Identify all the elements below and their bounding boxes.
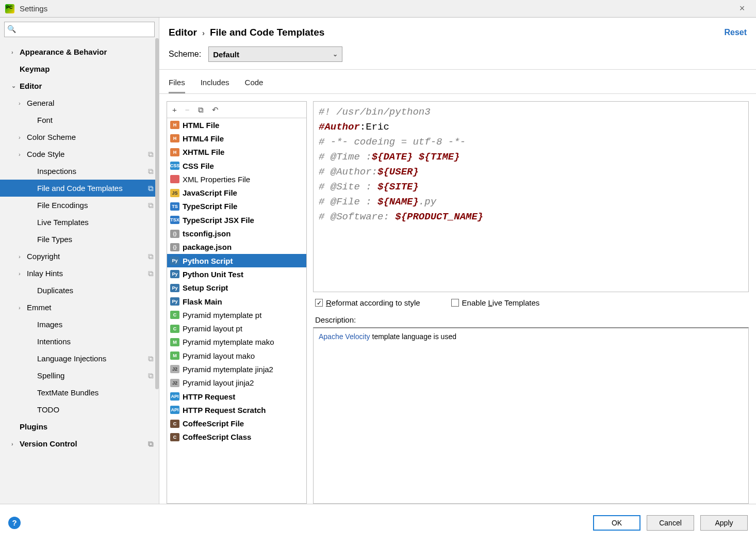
nav-item[interactable]: TODO (0, 401, 159, 418)
arrow-icon: › (19, 253, 26, 260)
file-type-icon: M (170, 352, 179, 360)
search-input[interactable] (4, 22, 155, 37)
template-item[interactable]: HHTML4 File (167, 132, 306, 145)
help-icon[interactable]: ? (8, 517, 21, 529)
reformat-checkbox[interactable]: ✓ Reformat according to style (315, 298, 420, 307)
cancel-button[interactable]: Cancel (647, 515, 694, 531)
nav-item[interactable]: ›Emmet (0, 299, 159, 316)
file-type-icon: {} (170, 230, 179, 238)
file-type-icon: Py (170, 284, 179, 292)
template-item[interactable]: JSJavaScript File (167, 186, 306, 199)
template-item[interactable]: J2Pyramid layout jinja2 (167, 376, 306, 390)
template-item[interactable]: CPyramid layout pt (167, 322, 306, 335)
template-item[interactable]: HHTML File (167, 118, 306, 132)
velocity-link[interactable]: Apache Velocity (319, 332, 370, 341)
nav-item[interactable]: File Types (0, 231, 159, 248)
nav-item[interactable]: ›Appearance & Behavior (0, 43, 159, 60)
template-item[interactable]: CCoffeeScript File (167, 417, 306, 430)
remove-icon[interactable]: − (185, 105, 190, 114)
nav-item[interactable]: ›Code Style⧉ (0, 146, 159, 163)
nav-item[interactable]: Keymap (0, 60, 159, 77)
nav-label: TextMate Bundles (37, 388, 98, 397)
add-icon[interactable]: + (172, 105, 177, 114)
template-label: TypeScript File (183, 202, 237, 211)
nav-item[interactable]: Font (0, 111, 159, 129)
nav-label: Version Control (20, 439, 77, 448)
nav-item[interactable]: ›Copyright⧉ (0, 248, 159, 265)
arrow-icon: › (19, 100, 26, 106)
template-label: TypeScript JSX File (183, 216, 254, 225)
nav-item[interactable]: ›General (0, 94, 159, 111)
template-item[interactable]: MPyramid mytemplate mako (167, 336, 306, 349)
nav-item[interactable]: Live Templates (0, 214, 159, 231)
nav-item[interactable]: Inspections⧉ (0, 163, 159, 180)
scope-icon: ⧉ (148, 439, 154, 449)
nav-label: Editor (20, 82, 42, 90)
nav-label: Copyright (27, 252, 60, 261)
scrollbar-thumb[interactable] (155, 38, 159, 389)
reset-link[interactable]: Reset (724, 28, 747, 37)
nav-item[interactable]: Spelling⧉ (0, 367, 159, 384)
template-list-panel: + − ⧉ ↶ HHTML FileHHTML4 FileHXHTML File… (167, 101, 307, 504)
nav-label: Plugins (20, 422, 47, 431)
file-type-icon: J2 (170, 365, 179, 373)
live-templates-checkbox[interactable]: Enable Live Templates (451, 298, 540, 307)
template-item[interactable]: CCoffeeScript Class (167, 430, 306, 444)
nav-item[interactable]: ⌄Editor (0, 77, 159, 94)
scope-icon: ⧉ (148, 150, 154, 159)
template-item[interactable]: MPyramid layout mako (167, 349, 306, 362)
ok-button[interactable]: OK (593, 515, 640, 531)
template-item[interactable]: PySetup Script (167, 281, 306, 295)
nav-label: Language Injections (37, 354, 106, 363)
close-icon[interactable]: × (733, 3, 751, 14)
template-item[interactable]: CSSCSS File (167, 159, 306, 172)
nav-item[interactable]: File and Code Templates⧉ (0, 180, 159, 197)
nav-item[interactable]: TextMate Bundles (0, 384, 159, 401)
file-type-icon: Py (170, 297, 179, 306)
undo-icon[interactable]: ↶ (212, 105, 219, 115)
template-item[interactable]: APIHTTP Request Scratch (167, 403, 306, 417)
arrow-icon: › (19, 151, 26, 157)
breadcrumb-root[interactable]: Editor (169, 27, 197, 38)
tab-code[interactable]: Code (245, 76, 264, 93)
template-item[interactable]: PyPython Script (167, 254, 306, 267)
scheme-select[interactable]: Default ⌄ (208, 46, 342, 62)
nav-label: Intentions (37, 337, 71, 346)
scope-icon: ⧉ (148, 167, 154, 176)
nav-item[interactable]: ›Inlay Hints⧉ (0, 265, 159, 282)
file-type-icon: Py (170, 270, 179, 278)
template-label: HTTP Request (183, 392, 235, 401)
template-item[interactable]: J2Pyramid mytemplate jinja2 (167, 362, 306, 376)
nav-item[interactable]: ›Version Control⧉ (0, 435, 159, 452)
template-item[interactable]: {}tsconfig.json (167, 227, 306, 240)
nav-item[interactable]: Plugins (0, 418, 159, 435)
template-item[interactable]: HXHTML File (167, 146, 306, 159)
file-type-icon: TS (170, 202, 179, 211)
nav-item[interactable]: Intentions (0, 333, 159, 350)
template-item[interactable]: XML Properties File (167, 172, 306, 186)
template-item[interactable]: TSXTypeScript JSX File (167, 213, 306, 227)
copy-icon[interactable]: ⧉ (198, 105, 204, 115)
template-item[interactable]: PyPython Unit Test (167, 267, 306, 281)
template-editor[interactable]: #! /usr/bin/python3 #Author:Eric # -*- c… (313, 101, 749, 292)
nav-item[interactable]: Language Injections⧉ (0, 350, 159, 367)
tab-files[interactable]: Files (169, 76, 185, 93)
nav-item[interactable]: File Encodings⧉ (0, 197, 159, 214)
nav-item[interactable]: Images (0, 316, 159, 333)
file-type-icon: C (170, 433, 179, 441)
template-label: CoffeeScript File (183, 419, 244, 428)
template-list[interactable]: HHTML FileHHTML4 FileHXHTML FileCSSCSS F… (167, 118, 306, 503)
settings-tree[interactable]: ›Appearance & BehaviorKeymap⌄Editor›Gene… (0, 41, 159, 504)
chevron-right-icon: › (202, 28, 205, 37)
template-item[interactable]: {}package.json (167, 241, 306, 254)
nav-item[interactable]: Duplicates (0, 282, 159, 299)
template-item[interactable]: TSTypeScript File (167, 200, 306, 213)
window-title: Settings (20, 4, 733, 13)
apply-button[interactable]: Apply (700, 515, 748, 531)
nav-item[interactable]: ›Color Scheme (0, 129, 159, 146)
tab-includes[interactable]: Includes (201, 76, 229, 93)
template-item[interactable]: PyFlask Main (167, 295, 306, 308)
template-item[interactable]: CPyramid mytemplate pt (167, 308, 306, 322)
template-item[interactable]: APIHTTP Request (167, 390, 306, 403)
file-type-icon: H (170, 121, 179, 129)
